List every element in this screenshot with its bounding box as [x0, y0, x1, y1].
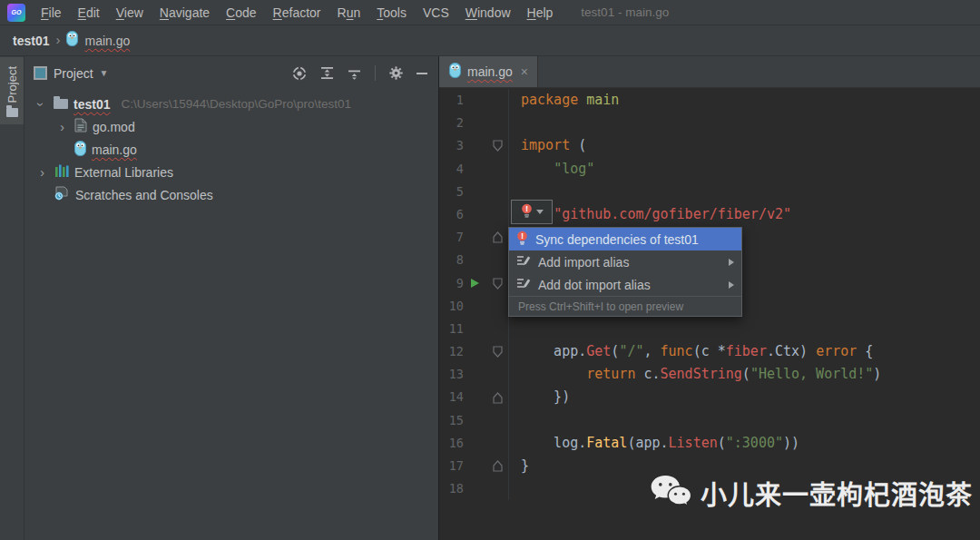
tree-item-scratches[interactable]: Scratches and Consoles — [24, 183, 438, 206]
line-number: 4 — [439, 158, 464, 181]
gutter[interactable]: 4 — [439, 158, 509, 181]
run-main-icon[interactable] — [471, 279, 479, 288]
popup-item-add-import-alias[interactable]: Add import alias — [509, 250, 741, 273]
fold-open-icon[interactable] — [493, 278, 503, 290]
menu-bar: FileEditViewNavigateCodeRefactorRunTools… — [33, 5, 561, 21]
gutter[interactable]: 6 — [439, 203, 509, 226]
code-text: "log" — [521, 158, 594, 181]
gutter[interactable]: 15 — [439, 409, 509, 432]
gopher-file-icon — [66, 31, 78, 50]
gutter[interactable]: 10 — [439, 295, 509, 318]
tree-item-test01[interactable]: › test01 C:\Users\15944\Desktop\GoPro\pr… — [24, 93, 438, 115]
menu-vcs[interactable]: VCS — [415, 5, 457, 20]
tab-maingo[interactable]: main.go × — [439, 56, 538, 87]
stripe-project-label: Project — [5, 66, 19, 103]
fold-open-icon[interactable] — [493, 140, 503, 152]
fold-close-icon[interactable] — [493, 231, 503, 243]
red-bulb-icon: ! — [521, 203, 533, 221]
gutter[interactable]: 18 — [439, 477, 509, 500]
gutter[interactable]: 5 — [439, 181, 509, 203]
code-line-15[interactable]: 15 — [439, 409, 980, 432]
menu-run[interactable]: Run — [329, 5, 369, 20]
gutter[interactable]: 3 — [439, 134, 509, 157]
breadcrumb-project[interactable]: test01 — [13, 34, 49, 48]
chevron-right-icon: › — [55, 32, 60, 47]
menu-edit[interactable]: Edit — [70, 5, 108, 20]
locate-file-icon[interactable] — [292, 66, 307, 81]
hide-panel-icon[interactable] — [416, 73, 427, 74]
code-line-16[interactable]: 16 log.Fatal(app.Listen(":3000")) — [439, 432, 980, 455]
gomod-file-icon — [74, 118, 87, 135]
gutter[interactable]: 17 — [439, 455, 509, 477]
gutter[interactable]: 8 — [439, 249, 509, 271]
code-line-3[interactable]: 3import ( — [439, 134, 980, 157]
gutter[interactable]: 2 — [439, 112, 509, 134]
gutter[interactable]: 7 — [439, 226, 509, 249]
menu-tools[interactable]: Tools — [368, 5, 415, 20]
intention-popup: ! Sync dependencies of test01 Add import… — [508, 227, 742, 317]
project-panel-header: Project ▼ — [24, 56, 438, 90]
main-area: Project Project ▼ — [0, 56, 980, 540]
tree-item-label: test01 — [74, 97, 110, 112]
popup-item-label: Sync dependencies of test01 — [535, 232, 699, 247]
menu-window[interactable]: Window — [457, 5, 519, 20]
window-title: test01 - main.go — [581, 5, 669, 19]
gutter[interactable]: 1 — [439, 89, 509, 112]
code-line-12[interactable]: 12 app.Get("/", func(c *fiber.Ctx) error… — [439, 340, 980, 363]
gear-icon[interactable] — [389, 66, 403, 80]
menu-code[interactable]: Code — [218, 5, 264, 20]
code-line-4[interactable]: 4 "log" — [439, 158, 980, 181]
tree-item-gomod[interactable]: › go.mod — [24, 115, 438, 138]
chevron-collapsed-icon[interactable]: › — [35, 165, 49, 180]
line-number: 2 — [439, 112, 464, 134]
intention-pencil-icon — [516, 254, 531, 270]
line-number: 11 — [439, 318, 464, 340]
popup-footer-hint: Press Ctrl+Shift+I to open preview — [509, 296, 741, 316]
popup-item-label: Add dot import alias — [538, 278, 651, 292]
collapse-all-icon[interactable] — [348, 66, 361, 80]
chevron-expanded-icon[interactable]: › — [34, 97, 48, 112]
popup-item-add-dot-import-alias[interactable]: Add dot import alias — [509, 273, 741, 296]
gutter[interactable]: 9 — [439, 272, 509, 295]
code-text: return c.SendString("Hello, World!") — [521, 363, 881, 386]
gutter[interactable]: 13 — [439, 363, 509, 386]
chevron-down-icon[interactable]: ▼ — [100, 68, 109, 78]
code-line-1[interactable]: 1package main — [439, 89, 980, 112]
gutter[interactable]: 14 — [439, 386, 509, 408]
intention-bulb-button[interactable]: ! — [511, 200, 553, 224]
menu-navigate[interactable]: Navigate — [152, 5, 218, 20]
chevron-collapsed-icon[interactable]: › — [55, 120, 69, 134]
popup-item-sync-dependencies[interactable]: ! Sync dependencies of test01 — [509, 228, 741, 250]
menu-help[interactable]: Help — [519, 5, 562, 20]
project-tree: › test01 C:\Users\15944\Desktop\GoPro\pr… — [24, 90, 438, 206]
menu-file[interactable]: File — [33, 5, 70, 20]
gutter[interactable]: 11 — [439, 318, 509, 340]
breadcrumb-file[interactable]: main.go — [84, 34, 130, 48]
fold-close-icon[interactable] — [493, 460, 503, 472]
code-text: log.Fatal(app.Listen(":3000")) — [521, 432, 799, 455]
title-bar: GO FileEditViewNavigateCodeRefactorRunTo… — [0, 0, 980, 25]
folder-icon — [54, 99, 68, 109]
code-line-13[interactable]: 13 return c.SendString("Hello, World!") — [439, 363, 980, 386]
project-panel-title[interactable]: Project — [54, 66, 93, 81]
fold-close-icon[interactable] — [493, 392, 503, 404]
menu-refactor[interactable]: Refactor — [265, 5, 329, 20]
fold-open-icon[interactable] — [493, 346, 503, 358]
line-number: 6 — [439, 203, 464, 226]
editor-tab-bar: main.go × — [439, 56, 980, 88]
tree-item-external-libraries[interactable]: › External Libraries — [24, 161, 438, 183]
stripe-project-button[interactable]: Project — [0, 57, 24, 124]
code-line-2[interactable]: 2 — [439, 112, 980, 134]
tree-item-path: C:\Users\15944\Desktop\GoPro\pro\test01 — [121, 97, 351, 111]
expand-all-icon[interactable] — [320, 66, 334, 80]
code-line-11[interactable]: 11 — [439, 318, 980, 340]
close-icon[interactable]: × — [521, 64, 528, 79]
gutter[interactable]: 12 — [439, 340, 509, 363]
line-number: 18 — [439, 477, 464, 500]
tool-window-stripe: Project — [0, 56, 24, 540]
gutter[interactable]: 16 — [439, 432, 509, 455]
tree-item-maingo[interactable]: main.go — [24, 138, 438, 161]
line-number: 10 — [439, 295, 464, 318]
code-line-14[interactable]: 14 }) — [439, 386, 980, 408]
menu-view[interactable]: View — [108, 5, 152, 20]
